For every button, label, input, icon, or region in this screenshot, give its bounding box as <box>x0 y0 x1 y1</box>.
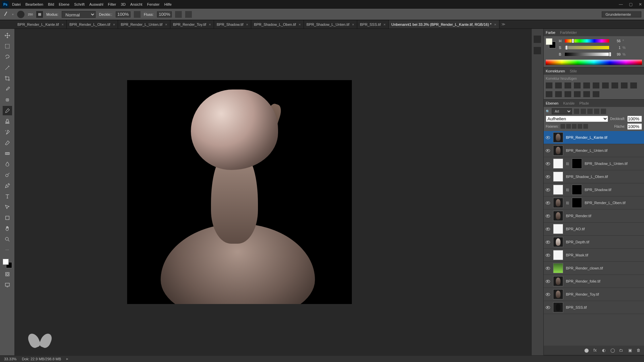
wand-tool[interactable] <box>3 63 12 72</box>
layer-name[interactable]: BPR_Mask.tif <box>566 253 643 257</box>
menu-3d[interactable]: 3D <box>121 2 125 6</box>
threshold-icon[interactable] <box>574 91 581 97</box>
hue-value[interactable]: 56 <box>611 39 621 43</box>
layer-row[interactable]: ⛓BPR_Render_L_Oben.tif <box>544 196 644 209</box>
pen-tool[interactable] <box>3 181 12 190</box>
layer-thumbnail[interactable] <box>553 185 563 195</box>
document-tab[interactable]: BPR_Shadow.tif× <box>214 20 251 28</box>
opacity-input[interactable] <box>116 11 130 17</box>
layer-thumbnail[interactable] <box>553 302 563 312</box>
path-tool[interactable] <box>3 202 12 212</box>
layer-thumbnail[interactable] <box>553 263 563 273</box>
hue-slider[interactable] <box>565 39 609 43</box>
stamp-tool[interactable] <box>3 117 12 126</box>
minimize-button[interactable]: — <box>619 2 623 7</box>
layer-row[interactable]: ⛓BPR_Shadow_L_Unten.tif <box>544 157 644 170</box>
color-swatches[interactable] <box>3 259 12 268</box>
zoom-level[interactable]: 33.33% <box>4 357 16 361</box>
filter-smart-icon[interactable] <box>601 109 606 114</box>
color-panel-swatches[interactable] <box>546 38 556 48</box>
layer-name[interactable]: BPR_Depth.tif <box>566 240 643 244</box>
close-button[interactable]: ✕ <box>639 2 642 7</box>
document-tab[interactable]: BPR_Shadow_L_Unten.tif× <box>304 20 357 28</box>
layer-name[interactable]: BPR_Shadow.tif <box>585 188 643 192</box>
filter-shape-icon[interactable] <box>594 109 599 114</box>
layer-thumbnail[interactable] <box>553 224 563 234</box>
crop-tool[interactable] <box>3 74 12 83</box>
layer-thumbnail[interactable] <box>553 289 563 299</box>
gradientmap-icon[interactable] <box>583 91 590 97</box>
tab-close-icon[interactable]: × <box>383 22 385 26</box>
layer-visibility-toggle[interactable] <box>545 226 550 232</box>
brightness-icon[interactable] <box>546 82 552 88</box>
blur-tool[interactable] <box>3 160 12 169</box>
menu-datei[interactable]: Datei <box>12 2 21 6</box>
type-tool[interactable] <box>3 192 12 201</box>
layer-link-icon[interactable]: ⛓ <box>566 162 569 166</box>
filter-adjust-icon[interactable] <box>581 109 586 114</box>
layer-thumbnail[interactable] <box>553 250 563 260</box>
canvas-area[interactable] <box>15 29 531 355</box>
screenmode-tool[interactable] <box>3 280 12 290</box>
layer-opacity-input[interactable] <box>627 116 642 122</box>
levels-icon[interactable] <box>555 82 562 88</box>
tab-close-icon[interactable]: × <box>352 22 354 26</box>
photofilter-icon[interactable] <box>621 82 628 88</box>
invert-icon[interactable] <box>555 91 562 97</box>
flow-input[interactable] <box>157 11 172 17</box>
layer-row[interactable]: BPR_Depth.tif <box>544 236 644 249</box>
layer-name[interactable]: BPR_Render_Toy.tif <box>566 292 643 296</box>
tab-paths[interactable]: Pfade <box>579 101 589 105</box>
layer-link-icon[interactable]: ⛓ <box>566 188 569 192</box>
layer-name[interactable]: BPR_AO.tif <box>566 227 643 231</box>
layer-name[interactable]: BPR_Render_L_Oben.tif <box>585 201 643 205</box>
layer-thumbnail[interactable] <box>553 145 563 156</box>
layer-visibility-toggle[interactable] <box>545 161 550 166</box>
airbrush-button[interactable] <box>175 11 182 18</box>
lock-paint-icon[interactable] <box>566 124 571 129</box>
layer-fill-input[interactable] <box>627 123 642 130</box>
healing-tool[interactable] <box>3 95 12 105</box>
layers-list[interactable]: BPR_Render_L_Kante.tifBPR_Render_L_Unten… <box>544 131 644 346</box>
tab-close-icon[interactable]: × <box>62 22 64 26</box>
eyedropper-tool[interactable] <box>3 84 12 94</box>
tab-color[interactable]: Farbe <box>546 31 555 35</box>
layer-filter-select[interactable]: Art <box>552 108 572 114</box>
layer-row[interactable]: BPR_Render_folie.tif <box>544 275 644 288</box>
history-panel-icon[interactable] <box>534 36 541 43</box>
tab-styles[interactable]: Stile <box>570 69 577 73</box>
tab-close-icon[interactable]: × <box>246 22 248 26</box>
layer-visibility-toggle[interactable] <box>545 279 550 284</box>
tab-close-icon[interactable]: × <box>113 22 115 26</box>
menu-filter[interactable]: Filter <box>108 2 116 6</box>
sat-value[interactable]: 1 <box>611 46 621 50</box>
link-layers-icon[interactable]: ⬤ <box>584 348 589 353</box>
layer-row[interactable]: ⛓BPR_Shadow.tif <box>544 183 644 196</box>
menu-bearbeiten[interactable]: Bearbeiten <box>25 2 43 6</box>
lasso-tool[interactable] <box>3 52 12 62</box>
lock-all-icon[interactable] <box>583 124 588 129</box>
eraser-tool[interactable] <box>3 138 12 147</box>
vibrance-icon[interactable] <box>583 82 590 88</box>
properties-panel-icon[interactable] <box>534 47 541 54</box>
layer-thumbnail[interactable] <box>553 172 563 182</box>
layer-visibility-toggle[interactable] <box>545 148 550 153</box>
layer-row[interactable]: BPR_SSS.tif <box>544 301 644 314</box>
layer-thumbnail[interactable] <box>553 198 563 208</box>
document-tab[interactable]: Unbenannt1 bei 33.3% (BPR_Render_L_Kante… <box>389 20 499 28</box>
layer-visibility-toggle[interactable] <box>545 252 550 258</box>
selectivecolor-icon[interactable] <box>593 91 599 97</box>
document-canvas[interactable] <box>127 80 352 304</box>
marquee-tool[interactable] <box>3 42 12 51</box>
sat-slider[interactable] <box>565 46 609 49</box>
move-tool[interactable] <box>3 31 12 40</box>
document-tab[interactable]: BPR_SSS.tif× <box>357 20 389 28</box>
layer-visibility-toggle[interactable] <box>545 187 550 192</box>
layer-thumbnail[interactable] <box>553 159 563 169</box>
blend-mode-select[interactable]: Normal <box>62 11 96 18</box>
menu-fenster[interactable]: Fenster <box>147 2 159 6</box>
bright-value[interactable]: 99 <box>611 53 621 56</box>
color-spectrum[interactable] <box>546 60 642 65</box>
layer-row[interactable]: BPR_Render.tif <box>544 209 644 223</box>
bright-slider[interactable] <box>565 53 609 56</box>
